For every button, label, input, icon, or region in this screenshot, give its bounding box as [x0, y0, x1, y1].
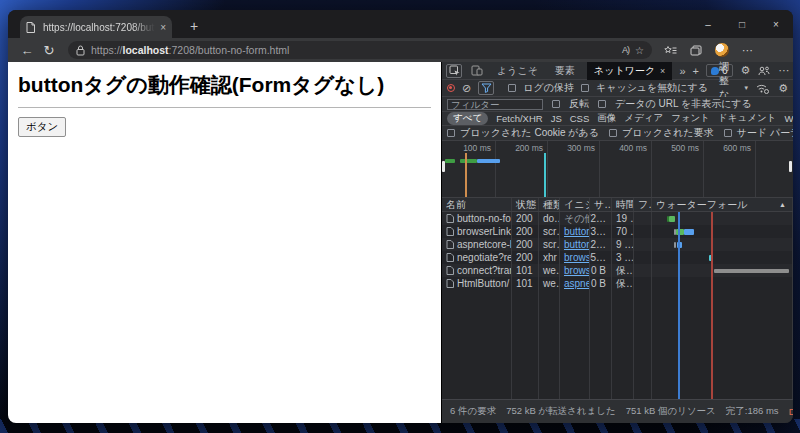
overview-gridline — [703, 141, 704, 197]
minimize-button[interactable]: – — [691, 10, 725, 38]
new-tab-button[interactable]: + — [184, 16, 204, 36]
chip-font[interactable]: フォント — [671, 112, 710, 125]
request-row-negotiate-requ-[interactable]: negotiate?requ…200xhrbrowse…95…3 … — [442, 251, 793, 264]
chip-css[interactable]: CSS — [570, 113, 590, 124]
type-filter-chips: すべて Fetch/XHR JS CSS 画像 メディア フォント ドキュメント… — [442, 112, 793, 126]
cell-name[interactable]: HtmlButton/ — [442, 277, 512, 290]
devtools-tab-welcome[interactable]: ようこそ — [492, 64, 543, 78]
cell-status: 200 — [512, 212, 539, 225]
tab-close-icon[interactable]: × — [160, 22, 166, 33]
people-icon[interactable] — [758, 66, 770, 76]
request-doc-icon — [446, 227, 454, 236]
disable-cache-checkbox[interactable] — [581, 84, 589, 92]
col-f: フ… — [634, 198, 652, 211]
maximize-button[interactable]: □ — [725, 10, 759, 38]
cell-status: 101 — [512, 277, 539, 290]
request-row-htmlbutton-[interactable]: HtmlButton/101we…aspnetc…0 B保… — [442, 277, 793, 290]
page-button[interactable]: ボタン — [18, 117, 66, 137]
devtools-tab-elements[interactable]: 要素 — [550, 64, 580, 78]
cell-status: 200 — [512, 225, 539, 238]
cell-initiator[interactable]: browse… — [560, 264, 590, 277]
request-row-button-no-for-[interactable]: button-no-for…200do…その他72…19 … — [442, 212, 793, 225]
horizontal-rule — [18, 107, 431, 108]
browser-tab[interactable]: https://localhost:7208/button-no × — [20, 16, 172, 38]
chip-img[interactable]: 画像 — [597, 112, 616, 125]
read-aloud-icon[interactable]: A) — [622, 45, 629, 55]
cell-name[interactable]: aspnetcore-bro… — [442, 238, 512, 251]
third-party-label: サード パーティ要求 — [737, 126, 793, 140]
throttling-dropdown-icon: ▼ — [743, 85, 749, 91]
devtools-menu-icon[interactable]: ⋯ — [778, 64, 789, 77]
cell-size: 0 B — [590, 264, 612, 277]
favorites-bar-icon[interactable] — [664, 45, 677, 56]
network-overview-timeline[interactable]: 100 ms200 ms300 ms400 ms500 ms600 ms — [442, 141, 793, 198]
clear-icon[interactable]: ⊘ — [462, 82, 471, 95]
navbar-right-icons: ⋯ — [664, 43, 753, 57]
network-conditions-icon[interactable] — [756, 83, 769, 94]
preserve-log-checkbox[interactable] — [508, 84, 516, 92]
cell-name[interactable]: negotiate?requ… — [442, 251, 512, 264]
waterfall-bar — [714, 269, 789, 273]
chip-all[interactable]: すべて — [447, 112, 488, 125]
devtools-tab-network[interactable]: ネットワーク × — [587, 62, 672, 80]
cell-initiator[interactable]: button-… — [560, 238, 590, 251]
overview-gridline — [495, 141, 496, 197]
col-size: サ… — [590, 198, 612, 211]
filter-funnel-icon[interactable] — [478, 81, 494, 95]
profile-avatar[interactable] — [715, 43, 729, 57]
request-doc-icon — [446, 214, 454, 223]
request-row-aspnetcore-bro-[interactable]: aspnetcore-bro…200scr…button-…12…9 … — [442, 238, 793, 251]
browser-menu-icon[interactable]: ⋯ — [742, 44, 753, 57]
add-tab-icon[interactable]: + — [693, 65, 699, 77]
cell-f — [634, 277, 652, 290]
network-settings-icon[interactable]: ⚙ — [778, 82, 788, 95]
close-button[interactable]: × — [759, 10, 793, 38]
refresh-button[interactable]: ↻ — [38, 43, 60, 58]
record-icon[interactable] — [447, 84, 455, 92]
tab-title: https://localhost:7208/button-no — [43, 22, 155, 33]
grid-header-row[interactable]: 名前 状態 種類 イニシ… サ… 時間 フ… ウォーターフォール▲ — [442, 198, 793, 212]
request-row-connect-transp-[interactable]: connect?transp…101we…browse…0 B保… — [442, 264, 793, 277]
url-text: https://localhost:7208/button-no-form.ht… — [91, 44, 616, 56]
cell-name[interactable]: connect?transp… — [442, 264, 512, 277]
cell-initiator[interactable]: browse… — [560, 251, 590, 264]
cell-name[interactable]: button-no-for… — [442, 212, 512, 225]
cell-waterfall — [652, 212, 793, 225]
back-button[interactable]: ← — [16, 43, 38, 58]
cell-time: 保… — [612, 264, 634, 277]
favorite-star-icon[interactable]: ☆ — [635, 45, 644, 56]
inspect-element-icon[interactable] — [446, 64, 462, 78]
overview-gridline — [599, 141, 600, 197]
cell-initiator[interactable]: その他 — [560, 212, 590, 225]
hide-data-urls-checkbox[interactable] — [598, 100, 606, 108]
chip-js[interactable]: JS — [551, 113, 562, 124]
chip-fetch-xhr[interactable]: Fetch/XHR — [496, 113, 542, 124]
address-bar[interactable]: https://localhost:7208/button-no-form.ht… — [68, 41, 652, 59]
filter-input[interactable] — [447, 99, 543, 110]
cell-name[interactable]: browserLink — [442, 225, 512, 238]
device-toolbar-icon[interactable] — [469, 64, 485, 78]
cell-initiator[interactable]: aspnetc… — [560, 277, 590, 290]
cell-time: 19 … — [612, 212, 634, 225]
invert-checkbox[interactable] — [552, 100, 560, 108]
page-heading: buttonタグの動作確認(Formタグなし) — [18, 72, 431, 98]
blocked-filter-row: ブロックされた Cookie がある ブロックされた要求 サード パーティ要求 — [442, 126, 793, 141]
issues-bubble-icon — [711, 67, 719, 75]
more-tabs-icon[interactable]: » — [679, 65, 685, 77]
network-tab-close-icon[interactable]: × — [660, 66, 665, 76]
overview-tick-label: 500 ms — [671, 143, 699, 153]
overview-right-handle[interactable] — [789, 161, 792, 172]
cell-initiator[interactable]: button-… — [560, 225, 590, 238]
cell-status: 101 — [512, 264, 539, 277]
third-party-checkbox[interactable] — [724, 129, 732, 137]
cell-size: 0 B — [590, 277, 612, 290]
request-row-browserlink[interactable]: browserLink200scr…button-…73…70 … — [442, 225, 793, 238]
chip-media[interactable]: メディア — [624, 112, 663, 125]
web-page: buttonタグの動作確認(Formタグなし) ボタン — [8, 62, 441, 423]
chip-doc[interactable]: ドキュメント — [718, 112, 776, 125]
collections-icon[interactable] — [690, 45, 702, 56]
chip-ws[interactable]: WS — [784, 113, 793, 124]
cell-size: 12… — [590, 238, 612, 251]
blocked-requests-checkbox[interactable] — [609, 129, 617, 137]
blocked-cookies-checkbox[interactable] — [447, 129, 455, 137]
